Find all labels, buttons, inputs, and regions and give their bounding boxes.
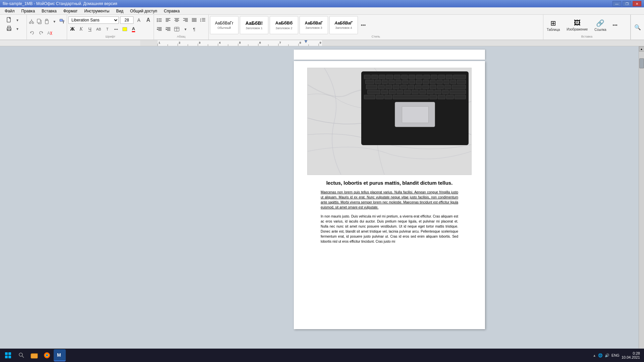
style-heading1[interactable]: AaБбВ! Заголовок 1 [240, 16, 268, 34]
undo-button[interactable] [28, 29, 36, 37]
vertical-text: Maecenas mauris [471, 68, 472, 103]
svg-text:6: 6 [259, 41, 261, 44]
taskbar-file-explorer[interactable] [28, 349, 40, 361]
insert-table-button[interactable]: ⊞ Таблица [545, 18, 562, 33]
svg-text:8: 8 [300, 41, 301, 44]
highlight-color-button[interactable] [121, 25, 129, 33]
redo-button[interactable] [37, 29, 45, 37]
style-heading3[interactable]: AaБбВаГ Заголовок 3 [300, 16, 328, 34]
search-button[interactable]: 🔍 [634, 23, 642, 31]
increase-indent-button[interactable] [164, 25, 172, 33]
format-paint-button[interactable] [58, 17, 65, 25]
document-paragraph1: Maecenas non lorem quis tellus placerat … [321, 190, 458, 210]
left-panel [0, 46, 140, 359]
menu-file[interactable]: Файл [1, 8, 18, 14]
start-button[interactable] [1, 349, 15, 361]
toolbar-font-group: Liberation Sans 28 A A Ж К Ч АВ T ••• [67, 15, 154, 40]
align-center-button[interactable] [173, 16, 181, 24]
superscript-button[interactable]: T [103, 25, 111, 33]
paste-button[interactable] [43, 17, 50, 25]
style-heading4[interactable]: AaБбВаГ Заголовок 4 [329, 16, 358, 34]
scrollbar-thumb[interactable] [639, 58, 644, 68]
align-right-button[interactable] [181, 16, 190, 24]
menu-view[interactable]: Вид [113, 8, 127, 14]
paste-dropdown-button[interactable]: ▼ [51, 17, 58, 25]
insert-more-button[interactable]: ••• [611, 21, 619, 29]
svg-point-6 [30, 22, 31, 24]
underline-button[interactable]: Ч [86, 25, 94, 33]
svg-text:4: 4 [219, 41, 221, 44]
paragraph-dropdown-button[interactable]: ▼ [181, 25, 190, 33]
svg-rect-14 [46, 19, 48, 20]
insert-image-button[interactable]: 🖼 Изображение [565, 18, 590, 33]
copy-button[interactable] [36, 17, 43, 25]
font-name-select[interactable]: Liberation Sans [68, 16, 119, 24]
menu-tools[interactable]: Инструменты [81, 8, 113, 14]
italic-button[interactable]: К [77, 25, 85, 33]
table-style-button[interactable] [173, 25, 181, 33]
taskbar-search-button[interactable] [15, 349, 28, 361]
more-font-button[interactable]: ••• [112, 25, 120, 33]
svg-line-8 [30, 20, 32, 22]
print-button[interactable] [5, 25, 13, 33]
decrease-font-button[interactable]: A [135, 16, 143, 24]
clock: 0:28 10.04.2021 [622, 351, 640, 359]
minimize-button[interactable]: — [612, 1, 621, 6]
restore-button[interactable]: ❐ [623, 1, 631, 6]
cut-button[interactable] [28, 17, 35, 25]
menu-share[interactable]: Общий доступ [127, 8, 161, 14]
svg-text:A: A [47, 31, 50, 36]
document-area[interactable]: Maecenas mauris lectus, lobortis et puru… [140, 46, 639, 359]
styles-more-button[interactable]: ••• [359, 21, 367, 29]
menu-edit[interactable]: Правка [18, 8, 39, 14]
taskbar-myoffice[interactable]: M [54, 349, 66, 361]
laptop-photo: Maecenas mauris [307, 68, 472, 175]
insert-link-button[interactable]: 🔗 Ссылка [592, 18, 608, 33]
close-button[interactable]: ✕ [633, 1, 641, 6]
style-normal[interactable]: AaБбВаГг Обычный [210, 16, 238, 34]
menu-insert[interactable]: Вставка [38, 8, 60, 14]
new-document-button[interactable] [5, 16, 13, 24]
line-spacing-button[interactable] [199, 16, 207, 24]
svg-rect-93 [31, 354, 38, 358]
style-h1-label: Заголовок 1 [246, 26, 263, 30]
svg-text:3: 3 [199, 41, 201, 44]
font-group-label: Шрифт [68, 35, 152, 38]
toolbar-paragraph-group: ▼ ¶ Абзац [154, 15, 209, 40]
menu-format[interactable]: Формат [60, 8, 81, 14]
titlebar-title: file-sample_1MB - МойОфис Стандартный. Д… [3, 1, 117, 6]
svg-rect-15 [60, 19, 63, 21]
svg-rect-5 [8, 29, 10, 31]
list-unordered-button[interactable] [155, 16, 163, 24]
svg-text:7: 7 [279, 41, 281, 44]
image-insert-icon: 🖼 [574, 19, 581, 27]
lang-indicator[interactable]: ENG [611, 353, 620, 357]
style-h2-label: Заголовок 2 [276, 26, 292, 30]
print-dropdown-button[interactable]: ▼ [13, 25, 21, 33]
network-icon: 🌐 [598, 353, 603, 358]
clear-format-button[interactable]: A [46, 29, 54, 37]
style-h3-preview: AaБбВаГ [305, 21, 323, 25]
scroll-up-arrow[interactable]: ▲ [639, 46, 644, 52]
svg-text:M: M [57, 352, 61, 358]
style-h3-label: Заголовок 3 [306, 26, 322, 29]
svg-text:5: 5 [239, 41, 241, 44]
font-size-input[interactable]: 28 [120, 16, 133, 24]
insert-link-label: Ссылка [594, 28, 606, 32]
align-left-button[interactable] [164, 16, 172, 24]
style-group-label: Стиль [210, 35, 542, 38]
show-formatting-button[interactable]: ¶ [190, 25, 198, 33]
document-heading: lectus, lobortis et purus mattis, blandi… [321, 180, 458, 186]
strikethrough-button[interactable]: АВ [95, 25, 103, 33]
menu-help[interactable]: Справка [160, 8, 183, 14]
bold-button[interactable]: Ж [68, 25, 76, 33]
style-heading2[interactable]: AaБбВб Заголовок 2 [270, 16, 298, 34]
decrease-indent-button[interactable] [155, 25, 163, 33]
vertical-scrollbar[interactable]: ▲ ▼ [639, 46, 644, 359]
document-paragraph2: In non mauris justo. Duis vehicula mi ve… [321, 214, 458, 244]
increase-font-button[interactable]: A [144, 16, 152, 24]
font-color-button[interactable]: A [129, 25, 138, 33]
align-justify-button[interactable] [190, 16, 198, 24]
new-dropdown-button[interactable]: ▼ [13, 16, 21, 24]
taskbar-firefox[interactable] [41, 349, 53, 361]
